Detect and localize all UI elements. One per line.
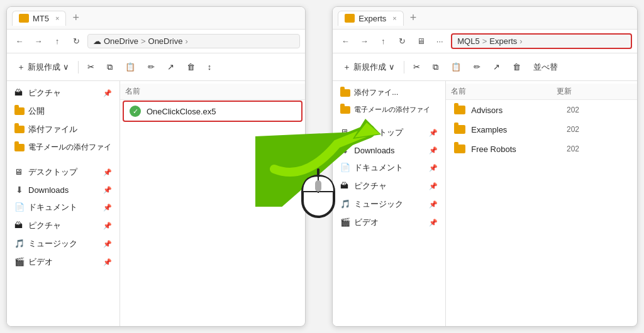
right-file-advisors[interactable]: Advisors 202 (448, 101, 635, 119)
right-sidebar-desktop-label: デスクトップ (354, 127, 403, 138)
left-sort-btn[interactable]: ↕ (203, 60, 217, 74)
right-sidebar-pin-video: 📌 (429, 219, 438, 227)
right-cut-btn[interactable]: ✂ (408, 60, 425, 74)
left-new-btn[interactable]: ＋ 新規作成 ∨ (12, 59, 74, 75)
left-sidebar-picture-label: ピクチャ (28, 87, 61, 99)
video-sidebar-icon: 🎬 (14, 257, 25, 267)
right-tab[interactable]: Experts × (338, 11, 404, 26)
left-tab[interactable]: MT5 × (12, 11, 66, 26)
left-sidebar-item-desktop[interactable]: 🖥 デスクトップ 📌 (9, 163, 117, 181)
right-file-list: 名前 更新 Advisors 202 Examples 202 (446, 81, 637, 326)
left-back-btn[interactable]: ← (12, 34, 27, 49)
left-path-after: OneDrive (148, 36, 183, 46)
right-file-freerobots-date: 202 (567, 145, 630, 153)
right-sidebar-email-label: 電子メールの添付ファイ (354, 105, 430, 114)
left-paste-btn[interactable]: 📋 (120, 60, 140, 74)
right-paste-btn[interactable]: 📋 (446, 60, 466, 74)
right-cut-icon: ✂ (413, 62, 420, 72)
right-sidebar-item-docs[interactable]: 📄 ドキュメント 📌 (335, 159, 443, 177)
left-sidebar-item-video[interactable]: 🎬 ビデオ 📌 (9, 253, 117, 271)
right-back-btn[interactable]: ← (338, 34, 353, 49)
right-sidebar-item-pictures[interactable]: 🏔 ピクチャ 📌 (335, 177, 443, 195)
left-sidebar-desktop-label: デスクトップ (28, 166, 77, 178)
left-refresh-btn[interactable]: ↻ (69, 34, 84, 49)
right-mql5-label: MQL5 (457, 36, 479, 46)
right-tab-close[interactable]: × (392, 14, 396, 22)
right-sort-label[interactable]: 並べ替 (528, 59, 563, 75)
left-share-btn[interactable]: ↗ (162, 60, 179, 74)
right-address-path[interactable]: MQL5 > Experts › (451, 33, 632, 49)
left-sidebar-item-email-attach[interactable]: 電子メールの添付ファイ (9, 139, 117, 156)
pictures2-sidebar-icon: 🏔 (14, 221, 25, 231)
email-attach-folder-icon (14, 144, 25, 151)
left-forward-btn[interactable]: → (31, 34, 46, 49)
left-sidebar-item-picture[interactable]: 🏔 ピクチャ 📌 (9, 84, 117, 102)
left-sidebar-video-label: ビデオ (28, 256, 53, 268)
ex5-file-icon: ✓ (129, 105, 142, 117)
right-file-freerobots[interactable]: Free Robots 202 (448, 139, 635, 158)
left-rename-btn[interactable]: ✏ (143, 60, 160, 74)
right-content: 添付ファイ... 電子メールの添付ファイ 🖥 デスクトップ 📌 ⬇ Downlo… (333, 81, 637, 326)
freerobots-icon (454, 145, 465, 153)
right-sidebar-item-attach[interactable]: 添付ファイ... (335, 84, 443, 101)
right-sidebar-item-downloads[interactable]: ⬇ Downloads 📌 (335, 142, 443, 158)
right-new-label: ＋ 新規作成 (343, 62, 386, 73)
left-sidebar-item-public[interactable]: 公開 (9, 102, 117, 120)
right-address-bar: ← → ↑ ↻ 🖥 ··· MQL5 > Experts › (333, 30, 637, 53)
right-new-btn[interactable]: ＋ 新規作成 ∨ (338, 59, 400, 75)
right-forward-btn[interactable]: → (357, 34, 372, 49)
left-column-header: 名前 (120, 84, 305, 100)
left-sidebar-item-docs[interactable]: 📄 ドキュメント 📌 (9, 199, 117, 216)
copy-icon: ⧉ (107, 62, 113, 72)
right-new-tab-btn[interactable]: + (410, 11, 417, 25)
left-sidebar-item-downloads[interactable]: ⬇ Downloads 📌 (9, 182, 117, 198)
left-tab-label: MT5 (33, 14, 49, 23)
left-file-oneclickclose[interactable]: ✓ OneClickClose.ex5 (123, 101, 303, 122)
left-path-end-sep: › (185, 36, 187, 46)
right-share-btn[interactable]: ↗ (488, 60, 505, 74)
right-sidebar-video-label: ビデオ (354, 217, 379, 228)
left-sidebar-item-music[interactable]: 🎵 ミュージック 📌 (9, 235, 117, 253)
right-refresh-btn[interactable]: ↻ (394, 34, 409, 49)
left-sidebar-email-attach-label: 電子メールの添付ファイ (28, 142, 111, 153)
attachment-folder-icon (14, 126, 25, 133)
right-copy-btn[interactable]: ⧉ (428, 60, 443, 75)
left-new-tab-btn[interactable]: + (72, 11, 79, 25)
right-sidebar-item-email[interactable]: 電子メールの添付ファイ (335, 102, 443, 117)
left-up-btn[interactable]: ↑ (50, 34, 65, 49)
right-delete-btn[interactable]: 🗑 (508, 60, 526, 74)
right-pictures-sidebar-icon: 🏔 (340, 181, 350, 191)
left-tab-close[interactable]: × (55, 14, 59, 22)
right-sidebar-pin-pictures: 📌 (429, 182, 438, 190)
left-copy-btn[interactable]: ⧉ (102, 60, 118, 75)
left-sidebar-docs-label: ドキュメント (28, 202, 77, 213)
right-sidebar-item-music[interactable]: 🎵 ミュージック 📌 (335, 195, 443, 213)
right-window: Experts × + ← → ↑ ↻ 🖥 ··· MQL5 > Experts… (332, 6, 638, 327)
right-monitor-btn[interactable]: 🖥 (413, 34, 428, 49)
left-sidebar-item-pictures2[interactable]: 🏔 ピクチャ 📌 (9, 217, 117, 234)
right-sort-text: 並べ替 (533, 62, 558, 73)
svg-rect-5 (315, 180, 321, 192)
left-cut-btn[interactable]: ✂ (82, 60, 99, 74)
right-sidebar-docs-label: ドキュメント (354, 162, 403, 173)
right-file-examples[interactable]: Examples 202 (448, 120, 635, 139)
right-path-sep: > (482, 36, 487, 46)
right-sidebar-item-video[interactable]: 🎬 ビデオ 📌 (335, 214, 443, 231)
left-new-dropdown[interactable]: ∨ (63, 62, 69, 72)
examples-icon (454, 125, 465, 134)
right-new-dropdown[interactable]: ∨ (389, 62, 395, 72)
right-sidebar-item-desktop[interactable]: 🖥 デスクトップ 📌 (335, 124, 443, 141)
sort-icon: ↕ (208, 62, 212, 72)
right-up-btn[interactable]: ↑ (375, 34, 391, 49)
left-sidebar-public-label: 公開 (28, 106, 45, 117)
left-content: 🏔 ピクチャ 📌 公開 添付ファイル 電子メールの添付ファイ 🖥 デスクトップ … (7, 81, 305, 326)
right-docs-sidebar-icon: 📄 (340, 163, 350, 173)
right-file-examples-date: 202 (567, 125, 630, 134)
right-more-btn[interactable]: ··· (432, 34, 447, 49)
right-sidebar-pin-docs: 📌 (429, 164, 438, 172)
left-sidebar-item-attachment[interactable]: 添付ファイル (9, 121, 117, 138)
left-delete-btn[interactable]: 🗑 (182, 60, 200, 74)
left-address-path[interactable]: ☁ OneDrive > OneDrive › (87, 34, 300, 48)
left-sidebar: 🏔 ピクチャ 📌 公開 添付ファイル 電子メールの添付ファイ 🖥 デスクトップ … (7, 81, 120, 326)
right-rename-btn[interactable]: ✏ (469, 60, 486, 74)
